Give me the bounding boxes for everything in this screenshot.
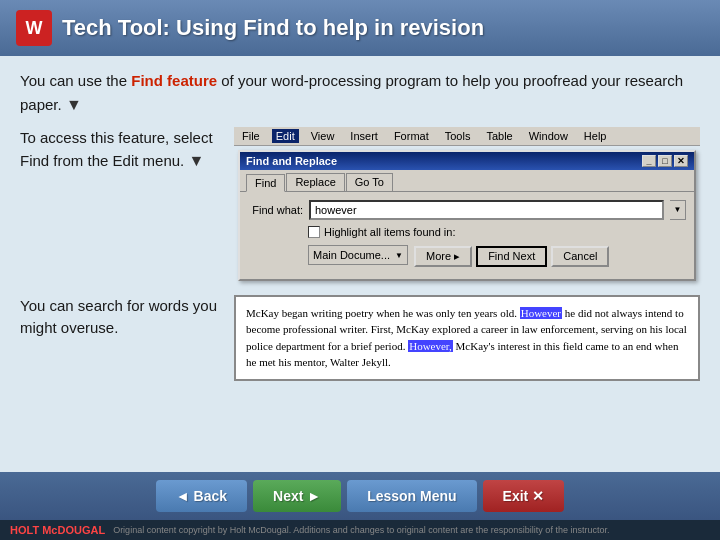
highlight-checkbox-label: Highlight all items found in: (324, 226, 455, 238)
checkbox-row: Highlight all items found in: (248, 226, 686, 238)
find-next-button[interactable]: Find Next (476, 246, 547, 267)
menu-table[interactable]: Table (482, 129, 516, 143)
tab-find[interactable]: Find (246, 174, 285, 192)
dialog-tabs: Find Replace Go To (240, 170, 694, 192)
tab-goto[interactable]: Go To (346, 173, 393, 191)
menu-tools[interactable]: Tools (441, 129, 475, 143)
dialog-maximize[interactable]: □ (658, 155, 672, 167)
lesson-menu-button[interactable]: Lesson Menu (347, 480, 476, 512)
paragraph-screenshot: McKay began writing poetry when he was o… (234, 295, 700, 381)
dialog-title-bar: Find and Replace _ □ ✕ (240, 152, 694, 170)
dialog-buttons: More ▸ Find Next Cancel (414, 244, 609, 267)
menu-window[interactable]: Window (525, 129, 572, 143)
find-what-label: Find what: (248, 204, 303, 216)
highlight-however-2: However, (408, 340, 453, 352)
middle-section: To access this feature, select Find from… (20, 127, 700, 285)
menu-file[interactable]: File (238, 129, 264, 143)
bottom-bar: HOLT McDOUGAL Original content copyright… (0, 520, 720, 540)
highlight-text: Find feature (131, 72, 217, 89)
menu-edit[interactable]: Edit (272, 129, 299, 143)
back-button[interactable]: ◄ Back (156, 480, 247, 512)
dialog-body: Find what: however ▼ Highlight all items… (240, 192, 694, 279)
content-area: You can use the Find feature of your wor… (0, 56, 720, 472)
arrow-indicator-2: ▼ (188, 149, 204, 173)
nav-footer: ◄ Back Next ► Lesson Menu Exit ✕ (0, 472, 720, 520)
cancel-button[interactable]: Cancel (551, 246, 609, 267)
tab-replace[interactable]: Replace (286, 173, 344, 191)
exit-button[interactable]: Exit ✕ (483, 480, 565, 512)
search-text-content: You can search for words you might overu… (20, 297, 217, 337)
access-text-content: To access this feature, select Find from… (20, 129, 213, 170)
find-input-dropdown[interactable]: ▼ (670, 200, 686, 220)
menu-help[interactable]: Help (580, 129, 611, 143)
page-title: Tech Tool: Using Find to help in revisio… (62, 15, 484, 41)
find-dialog-container: File Edit View Insert Format Tools Table… (234, 127, 700, 285)
header: W Tech Tool: Using Find to help in revis… (0, 0, 720, 56)
next-button[interactable]: Next ► (253, 480, 341, 512)
menu-insert[interactable]: Insert (346, 129, 382, 143)
more-button[interactable]: More ▸ (414, 246, 472, 267)
arrow-indicator-1: ▼ (66, 93, 82, 117)
dialog-title: Find and Replace (246, 155, 337, 167)
brand-logo: HOLT McDOUGAL (10, 524, 105, 536)
dialog-close[interactable]: ✕ (674, 155, 688, 167)
intro-section: You can use the Find feature of your wor… (20, 70, 700, 117)
find-what-input[interactable]: however (309, 200, 664, 220)
menu-view[interactable]: View (307, 129, 339, 143)
highlight-checkbox[interactable] (308, 226, 320, 238)
menu-format[interactable]: Format (390, 129, 433, 143)
dialog-minimize[interactable]: _ (642, 155, 656, 167)
scope-row: Main Docume... ▼ More ▸ Find Next Cancel (248, 244, 686, 267)
paragraph-part-1: McKay began writing poetry when he was o… (246, 307, 520, 319)
app-icon-label: W (26, 18, 43, 39)
dialog-controls: _ □ ✕ (642, 155, 688, 167)
copyright-text: Original content copyright by Holt McDou… (113, 525, 609, 535)
app-icon: W (16, 10, 52, 46)
find-what-row: Find what: however ▼ (248, 200, 686, 220)
find-replace-dialog: Find and Replace _ □ ✕ Find Replace Go T… (238, 150, 696, 281)
main-container: W Tech Tool: Using Find to help in revis… (0, 0, 720, 540)
access-text: To access this feature, select Find from… (20, 127, 220, 174)
intro-text: You can use the Find feature of your wor… (20, 70, 700, 117)
scope-label: Main Docume... (313, 249, 390, 261)
highlight-however-1: However (520, 307, 562, 319)
scope-dropdown[interactable]: Main Docume... ▼ (308, 245, 408, 265)
search-text: You can search for words you might overu… (20, 295, 220, 340)
intro-before-highlight: You can use the (20, 72, 131, 89)
bottom-section: You can search for words you might overu… (20, 295, 700, 381)
scope-arrow: ▼ (395, 251, 403, 260)
menu-bar: File Edit View Insert Format Tools Table… (234, 127, 700, 146)
